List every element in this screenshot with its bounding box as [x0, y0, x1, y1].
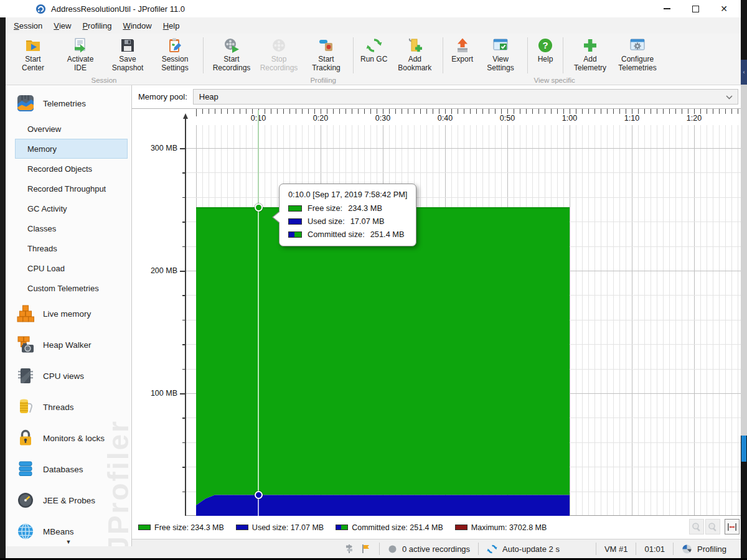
sidebar-item-custom-telemetries[interactable]: Custom Telemetries [15, 278, 128, 298]
menu-profiling[interactable]: Profiling [77, 17, 117, 34]
close-button[interactable]: ✕ [710, 0, 738, 17]
sidebar-section-live-memory[interactable]: Live memory [6, 298, 131, 329]
sidebar-item-gc-activity[interactable]: GC Activity [15, 198, 128, 218]
status-text: 01:01 [644, 544, 665, 554]
main-content: Memory pool: Heap 0:100:200:300:400:501:… [132, 85, 741, 539]
free-swatch-icon [138, 525, 151, 530]
zoom-out-button [705, 519, 720, 534]
sidebar-item-memory[interactable]: Memory [15, 139, 128, 159]
sidebar-item-recorded-throughput[interactable]: Recorded Throughput [15, 179, 128, 198]
sidebar: JProfiler ▼ TelemetriesOverviewMemoryRec… [6, 85, 132, 546]
menu-help[interactable]: Help [157, 17, 186, 34]
save-snapshot-button[interactable]: Save Snapshot [104, 34, 151, 73]
toolbar-button-label: Start Recordings [212, 55, 251, 73]
toolbar-group-caption: Session [8, 77, 200, 84]
tooltip-row-used: Used size: 17.07 MB [288, 217, 407, 226]
status-auto-update-2-s[interactable]: Auto-update 2 s [479, 539, 596, 558]
signpost-icon [344, 543, 355, 554]
selected-time-line [258, 208, 259, 516]
activate-ide-button[interactable]: Activate IDE [57, 34, 104, 73]
refresh-icon [487, 544, 497, 554]
toolbar-group-session: Start CenterActivate IDESave SnapshotSes… [8, 34, 200, 85]
memory-pool-select[interactable]: Heap [193, 89, 738, 105]
session-settings-icon [167, 37, 183, 54]
start-center-button[interactable]: Start Center [9, 34, 57, 73]
monitors-locks-icon [16, 429, 35, 447]
start-center-icon [25, 37, 41, 54]
databases-icon [16, 460, 35, 478]
magnifier-icon [691, 521, 702, 533]
sidebar-section-cpu-views[interactable]: CPU views [6, 360, 131, 391]
toolbar: Start CenterActivate IDESave SnapshotSes… [6, 34, 741, 85]
sidebar-section-telemetries[interactable]: Telemetries [6, 88, 131, 119]
legend-used: Used size: 17.07 MB [236, 523, 324, 532]
heap-area-series [132, 109, 741, 516]
status-text: Profiling [697, 544, 726, 554]
toolbar-group-caption: Profiling [207, 77, 439, 84]
background-right-strip: ‹ [741, 0, 747, 560]
session-settings-button[interactable]: Session Settings [151, 34, 199, 73]
sidebar-item-threads[interactable]: Threads [15, 238, 128, 258]
record-dot-icon [388, 544, 397, 554]
add-bookmark-button[interactable]: Add Bookmark [391, 34, 438, 73]
sidebar-item-recorded-objects[interactable]: Recorded Objects [15, 159, 128, 179]
sidebar-more-indicator[interactable]: ▼ [66, 539, 72, 545]
used-point-marker [255, 491, 263, 499]
toolbar-button-label: Export [451, 55, 473, 63]
start-tracking-button[interactable]: Start Tracking [303, 34, 350, 73]
status-vm-1[interactable]: VM #1 [596, 539, 636, 558]
telemetries-icon [16, 94, 35, 113]
heap-walker-icon [16, 335, 35, 354]
menu-session[interactable]: Session [8, 17, 48, 34]
sidebar-item-classes[interactable]: Classes [15, 218, 128, 238]
status-profiling[interactable]: Profiling [674, 539, 735, 558]
view-settings-button[interactable]: View Settings [477, 34, 524, 73]
jee-probes-icon [16, 491, 35, 510]
start-recordings-button[interactable]: Start Recordings [208, 34, 255, 73]
sidebar-item-overview[interactable]: Overview [15, 119, 128, 139]
window-controls: ✕ [652, 0, 738, 17]
threads-spool-icon [16, 398, 35, 416]
toolbar-button-label: Help [538, 55, 553, 63]
status-0-active-recordings[interactable]: 0 active recordings [380, 539, 478, 558]
background-panel-chevron: ‹ [741, 60, 747, 85]
fit-time-axis-button[interactable] [725, 519, 740, 534]
chart-legend: Free size: 234.3 MBUsed size: 17.07 MBCo… [132, 516, 741, 539]
sidebar-section-databases[interactable]: Databases [6, 454, 131, 485]
toolbar-separator [527, 37, 528, 73]
toolbar-button-label: Activate IDE [60, 55, 100, 73]
sidebar-section-label: Monitors & locks [43, 434, 105, 443]
sidebar-item-cpu-load[interactable]: CPU Load [15, 258, 128, 278]
close-icon: ✕ [720, 4, 728, 13]
sidebar-section-heap-walker[interactable]: Heap Walker [6, 329, 131, 360]
sidebar-section-label: CPU views [43, 371, 84, 381]
menu-view[interactable]: View [48, 17, 77, 34]
maximize-icon [692, 6, 699, 12]
memory-chart[interactable]: 0:100:200:300:400:501:001:101:20100 MB20… [132, 109, 741, 516]
start-recordings-icon [223, 37, 240, 54]
sidebar-section-monitors-locks[interactable]: Monitors & locks [6, 422, 131, 454]
configure-telemetries-button[interactable]: Configure Telemetries [614, 34, 661, 73]
chart-zoom-controls [689, 519, 740, 534]
export-button[interactable]: Export [448, 34, 477, 63]
minimize-icon [664, 8, 670, 9]
start-tracking-icon [318, 37, 334, 54]
help-button[interactable]: ?Help [531, 34, 560, 63]
selected-time-line [258, 110, 259, 208]
maximize-button[interactable] [681, 0, 710, 17]
toolbar-separator [203, 37, 204, 73]
jprofiler-logo-icon [35, 4, 46, 14]
menu-window[interactable]: Window [117, 17, 157, 34]
free-size-area [196, 208, 570, 505]
sidebar-section-jee-probes[interactable]: JEE & Probes [6, 485, 131, 516]
used-swatch-icon [236, 525, 248, 530]
add-telemetry-button[interactable]: Add Telemetry [566, 34, 614, 73]
legend-label: Used size: 17.07 MB [252, 523, 324, 532]
toolbar-button-label: Save Snapshot [108, 55, 148, 73]
sidebar-section-threads[interactable]: Threads [6, 391, 131, 422]
run-gc-button[interactable]: Run GC [357, 34, 391, 63]
minimize-button[interactable] [652, 0, 681, 17]
sidebar-section-label: Heap Walker [43, 340, 92, 350]
tooltip-title: 0:10.0 [Sep 17, 2019 7:58:42 PM] [288, 190, 407, 199]
status-bookmark-controls[interactable] [336, 539, 379, 558]
